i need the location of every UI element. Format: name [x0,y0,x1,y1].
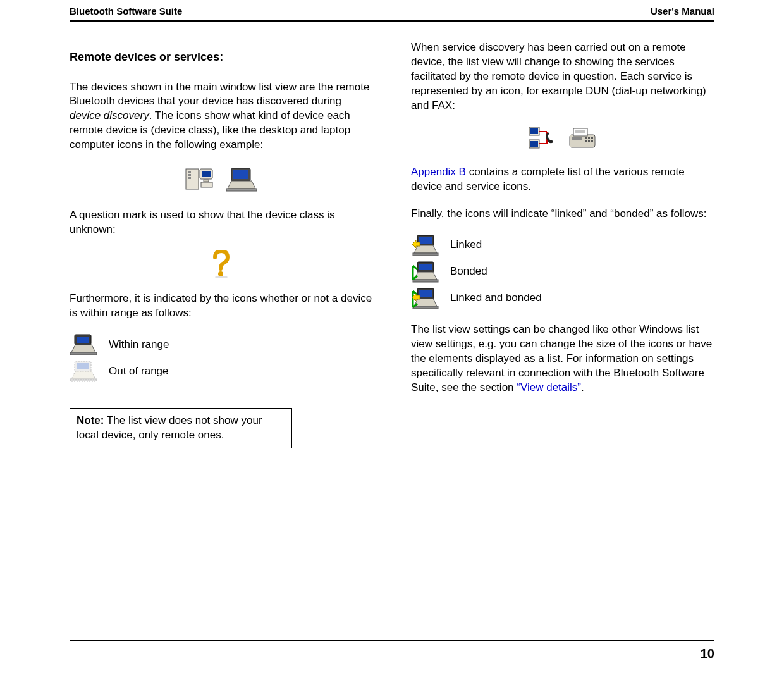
right-column: When service discovery has been carried … [411,40,714,448]
paragraph-appendix: Appendix B contains a complete list of t… [411,165,714,194]
svg-marker-50 [414,299,437,306]
svg-marker-46 [414,272,437,280]
list-item: Bonded [411,261,714,283]
range-icon-list: Within range Out of range [70,333,373,383]
svg-rect-41 [419,237,432,244]
svg-rect-2 [188,174,191,176]
linked-icon [411,234,439,257]
svg-rect-47 [413,280,438,282]
text-italic: device discovery [70,109,149,121]
laptop-computer-icon [225,167,258,192]
text-fragment: The devices shown in the main window lis… [70,81,369,108]
svg-rect-5 [202,171,211,177]
svg-marker-42 [414,245,437,253]
list-item: Within range [70,333,373,356]
header-right: User's Manual [651,5,714,18]
note-text: The list view does not show your local d… [77,414,262,441]
paragraph-devices-intro: The devices shown in the main window lis… [70,80,373,153]
view-details-link[interactable]: “View details” [517,381,581,393]
note-label: Note: [77,414,104,426]
svg-rect-9 [233,170,248,179]
svg-rect-1 [188,171,191,173]
svg-rect-35 [588,137,590,139]
svg-rect-15 [77,337,89,343]
service-icons-row [411,126,714,151]
text-fragment: . [581,381,584,393]
svg-rect-21 [70,379,97,381]
laptop-out-of-range-icon [70,360,97,383]
appendix-b-link[interactable]: Appendix B [411,166,466,178]
question-mark-icon [210,250,233,278]
fax-service-icon [567,126,597,151]
paragraph-range: Furthermore, it is indicated by the icon… [70,292,373,321]
paragraph-linked-bonded: Finally, the icons will indicate “linked… [411,207,714,221]
svg-marker-10 [228,181,255,189]
svg-point-12 [218,271,223,276]
status-label: Bonded [450,264,487,279]
status-icon-list: Linked Bonded [411,234,714,310]
svg-rect-36 [591,137,593,139]
paragraph-service-discovery: When service discovery has been carried … [411,40,714,113]
paragraph-list-view-settings: The list view settings can be changed li… [411,323,714,395]
svg-point-13 [215,276,228,278]
note-box: Note: The list view does not show your l… [70,408,292,448]
svg-rect-30 [573,128,587,136]
svg-rect-7 [201,182,212,187]
svg-rect-39 [591,140,593,142]
laptop-in-range-icon [70,333,97,356]
svg-rect-3 [188,177,191,179]
content-columns: Remote devices or services: The devices … [70,40,714,448]
svg-rect-11 [226,189,257,191]
svg-rect-25 [530,141,538,147]
svg-rect-6 [204,180,209,182]
dun-service-icon [528,126,556,151]
bonded-icon [411,261,439,283]
device-class-icons [70,165,373,194]
svg-rect-43 [413,253,438,256]
unknown-class-icon-row [70,250,373,278]
page-header: Bluetooth Software Suite User's Manual [70,0,714,22]
linked-and-bonded-icon [411,287,439,310]
section-title: Remote devices or services: [70,49,373,65]
svg-marker-16 [71,345,95,352]
desktop-computer-icon [185,165,214,194]
page-number: 10 [70,640,714,662]
svg-rect-51 [413,306,438,309]
svg-rect-49 [419,290,432,297]
paragraph-question-mark: A question mark is used to show that the… [70,208,373,237]
left-column: Remote devices or services: The devices … [70,40,373,448]
svg-marker-20 [71,371,95,379]
svg-rect-19 [77,363,89,369]
header-left: Bluetooth Software Suite [70,5,182,18]
list-item: Linked [411,234,714,257]
svg-rect-23 [530,128,538,134]
range-label: Out of range [109,364,169,379]
svg-rect-34 [585,137,587,139]
status-label: Linked and bonded [450,291,542,306]
svg-rect-45 [419,264,432,270]
svg-rect-37 [585,140,587,142]
range-label: Within range [109,338,169,352]
list-item: Out of range [70,360,373,383]
list-item: Linked and bonded [411,287,714,310]
page: Bluetooth Software Suite User's Manual R… [0,0,784,680]
svg-rect-33 [572,137,582,140]
svg-rect-17 [70,352,97,355]
status-label: Linked [450,238,482,252]
svg-rect-38 [588,140,590,142]
